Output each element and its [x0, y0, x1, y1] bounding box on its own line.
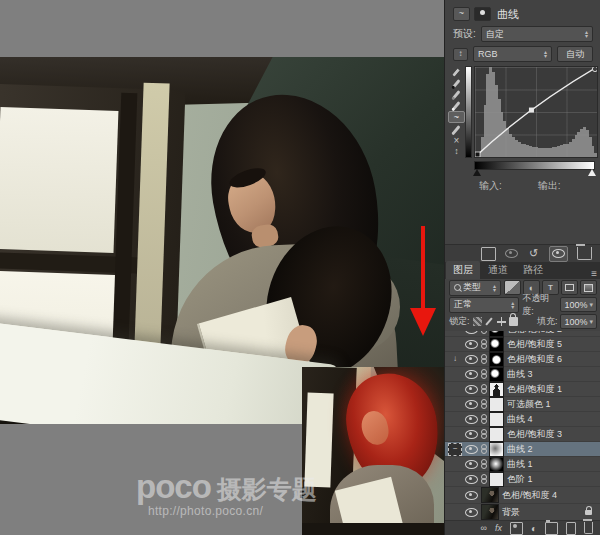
gray-eyedropper-icon[interactable]: [449, 89, 464, 99]
layer-row[interactable]: 色相/饱和度 3: [445, 427, 600, 442]
layer-visibility-eye-icon[interactable]: [465, 385, 478, 394]
layer-name[interactable]: 可选颜色 1: [507, 398, 551, 411]
layer-name[interactable]: 色相/饱和度 4: [502, 489, 557, 502]
layer-name[interactable]: 曲线 1: [507, 458, 533, 471]
previous-state-icon[interactable]: [505, 248, 518, 260]
white-point-slider[interactable]: [588, 169, 596, 176]
preset-dropdown[interactable]: 自定: [481, 26, 593, 42]
layer-name[interactable]: 色相/饱和度 5: [507, 338, 562, 351]
layer-visibility-eye-icon[interactable]: [465, 340, 478, 349]
auto-button[interactable]: 自动: [557, 46, 593, 62]
tone-curve[interactable]: [475, 67, 597, 157]
layer-name[interactable]: 曲线 4: [507, 413, 533, 426]
clip-to-layer-icon[interactable]: [481, 247, 496, 261]
blend-mode-dropdown[interactable]: 正常: [449, 297, 519, 313]
layer-visibility-eye-icon[interactable]: [465, 370, 478, 379]
layer-mask-thumbnail[interactable]: [489, 337, 504, 352]
layer-row[interactable]: 色相/饱和度 1: [445, 382, 600, 397]
layer-name[interactable]: 色相/饱和度 2: [507, 331, 562, 336]
layer-visibility-eye-icon[interactable]: [465, 400, 478, 409]
layer-name[interactable]: 曲线 3: [507, 368, 533, 381]
layer-name[interactable]: 色相/饱和度 6: [507, 353, 562, 366]
layer-visibility-eye-icon[interactable]: [465, 460, 478, 469]
layer-row[interactable]: 色阶 1: [445, 472, 600, 487]
tab-layers[interactable]: 图层: [446, 261, 480, 279]
layer-row[interactable]: 曲线 3: [445, 367, 600, 382]
layer-row[interactable]: 曲线 4: [445, 412, 600, 427]
layer-style-icon[interactable]: [495, 523, 502, 534]
layer-mask-thumbnail[interactable]: [489, 427, 504, 442]
layer-visibility-eye-icon[interactable]: [465, 415, 478, 424]
edit-points-icon[interactable]: [448, 111, 465, 123]
targeted-adjustment-icon[interactable]: [449, 146, 464, 156]
layer-mask-icon[interactable]: [510, 522, 523, 535]
layer-visibility-eye-icon[interactable]: [465, 331, 478, 334]
curve-graph[interactable]: [474, 66, 598, 158]
layer-group-icon[interactable]: [545, 522, 558, 535]
layer-mask-thumbnail[interactable]: [489, 457, 504, 472]
lock-brush-icon[interactable]: [485, 317, 494, 326]
pencil-icon[interactable]: [449, 67, 464, 77]
layer-row[interactable]: 曲线 1: [445, 457, 600, 472]
black-eyedropper-icon[interactable]: [449, 78, 464, 88]
layer-name[interactable]: 背景: [502, 506, 520, 519]
watermark-url: http://photo.poco.cn/: [148, 505, 317, 517]
layer-mask-thumbnail[interactable]: [489, 397, 504, 412]
layer-visibility-eye-icon[interactable]: [465, 508, 478, 517]
layer-row[interactable]: ~曲线 2: [445, 442, 600, 457]
layer-row[interactable]: 色相/饱和度 5: [445, 337, 600, 352]
lock-transparency-icon[interactable]: [473, 317, 482, 326]
layer-name[interactable]: 曲线 2: [507, 443, 533, 456]
layer-mask-thumbnail[interactable]: [489, 442, 504, 457]
delete-layer-icon[interactable]: [584, 522, 593, 534]
layer-visibility-eye-icon[interactable]: [465, 355, 478, 364]
layer-visibility-eye-icon[interactable]: [465, 475, 478, 484]
layer-mask-thumbnail[interactable]: [489, 412, 504, 427]
lock-all-icon[interactable]: [509, 317, 518, 326]
layer-name[interactable]: 色相/饱和度 1: [507, 383, 562, 396]
layer-visibility-eye-icon[interactable]: [465, 491, 478, 500]
targeted-adjustment-icon[interactable]: [453, 48, 468, 61]
tab-paths[interactable]: 路径: [516, 261, 550, 279]
adjustment-layer-icon[interactable]: [531, 523, 537, 534]
opacity-value[interactable]: 100%▾: [560, 297, 597, 312]
pixel-layers-icon[interactable]: [504, 280, 521, 295]
layer-name[interactable]: 色阶 1: [507, 473, 533, 486]
visibility-icon[interactable]: [549, 246, 568, 262]
shape-layers-icon[interactable]: [561, 280, 578, 295]
preset-label: 预设:: [453, 27, 476, 41]
filter-kind-dropdown[interactable]: 类型: [449, 280, 501, 296]
layer-row[interactable]: 背景: [445, 504, 600, 520]
delete-icon[interactable]: [577, 247, 592, 260]
sample-eyedropper-icon[interactable]: [449, 124, 464, 134]
arrow-head: [410, 308, 436, 336]
dropdown-arrows-icon: [511, 301, 514, 309]
layer-thumbnail[interactable]: [481, 504, 499, 520]
black-point-slider[interactable]: [473, 169, 481, 176]
panel-menu-icon[interactable]: ≡: [587, 268, 600, 279]
layer-row[interactable]: ↓色相/饱和度 6: [445, 352, 600, 367]
lock-move-icon[interactable]: [497, 317, 506, 326]
channel-dropdown[interactable]: RGB: [473, 46, 552, 62]
smart-objects-icon[interactable]: [580, 280, 597, 295]
fill-value[interactable]: 100%▾: [560, 314, 597, 329]
layer-row[interactable]: 色相/饱和度 4: [445, 487, 600, 504]
reset-icon[interactable]: [527, 248, 540, 260]
red-down-arrow: [407, 226, 439, 340]
tab-channels[interactable]: 通道: [481, 261, 515, 279]
layer-mask-thumbnail[interactable]: [489, 472, 504, 487]
link-layers-icon[interactable]: [481, 523, 487, 534]
curves-badge-icon: ~: [453, 7, 470, 21]
layer-thumbnail[interactable]: [481, 487, 499, 503]
properties-title: 曲线: [497, 7, 519, 22]
layer-row[interactable]: 可选颜色 1: [445, 397, 600, 412]
layer-visibility-eye-icon[interactable]: [465, 445, 478, 454]
layer-name[interactable]: 色相/饱和度 3: [507, 428, 562, 441]
smooth-icon[interactable]: [449, 135, 464, 145]
white-eyedropper-icon[interactable]: [449, 100, 464, 110]
layer-visibility-eye-icon[interactable]: [465, 430, 478, 439]
layer-mask-thumbnail[interactable]: [489, 352, 504, 367]
layer-mask-thumbnail[interactable]: [489, 367, 504, 382]
layer-mask-thumbnail[interactable]: [489, 382, 504, 397]
new-layer-icon[interactable]: [566, 522, 576, 535]
